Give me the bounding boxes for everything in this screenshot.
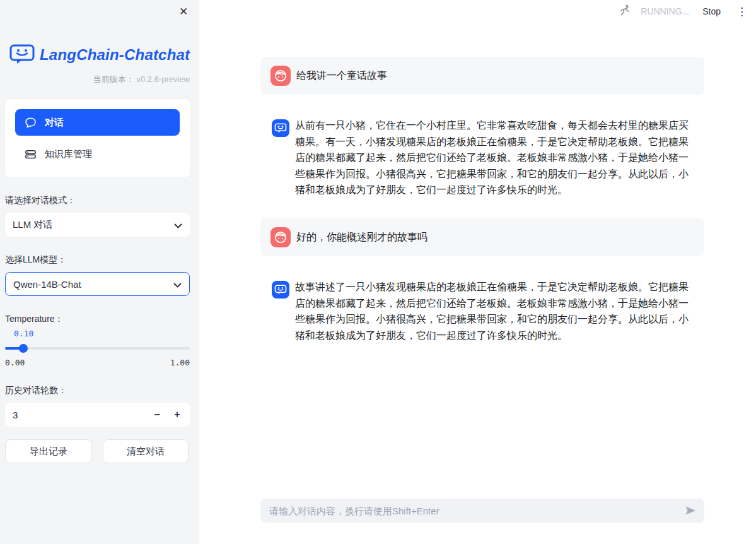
slider-fill bbox=[5, 347, 23, 350]
user-message: 给我讲一个童话故事 bbox=[260, 57, 704, 95]
send-icon[interactable] bbox=[678, 504, 697, 517]
dialog-mode-label: 请选择对话模式： bbox=[5, 195, 190, 206]
message-text: 好的，你能概述刚才的故事吗 bbox=[296, 231, 427, 243]
version-info: 当前版本： v0.2.6-preview bbox=[5, 74, 190, 85]
chevron-down-icon bbox=[173, 279, 182, 290]
assistant-avatar bbox=[272, 119, 289, 137]
sidebar: ✕ LangChain-Chatchat 当前版本： v0.2.6-previe… bbox=[0, 0, 199, 544]
sidebar-close-icon[interactable]: ✕ bbox=[177, 5, 190, 19]
nav-item-dialogue[interactable]: 对话 bbox=[15, 109, 180, 136]
overflow-menu-icon[interactable]: ⋮ bbox=[734, 5, 750, 18]
increment-button[interactable]: + bbox=[167, 405, 187, 425]
dialog-mode-value: LLM 对话 bbox=[13, 219, 174, 231]
dialog-mode-select[interactable]: LLM 对话 bbox=[5, 213, 190, 237]
main-area: RUNNING... Stop ⋮ 给我讲一个童话故事 bbox=[199, 0, 756, 544]
user-avatar bbox=[270, 66, 291, 86]
slider-range: 0.00 1.00 bbox=[5, 358, 190, 367]
version-label: 当前版本： bbox=[93, 74, 134, 84]
server-stack-icon bbox=[24, 148, 37, 160]
logo: LangChain-Chatchat bbox=[9, 44, 190, 65]
user-message: 好的，你能概述刚才的故事吗 bbox=[260, 218, 704, 256]
nav-item-knowledge-base[interactable]: 知识库管理 bbox=[15, 141, 180, 167]
chat-history: 给我讲一个童话故事 从前有一只小猪，它住在一个小村庄里。它非常喜欢吃甜食，每天都… bbox=[260, 0, 704, 343]
history-rounds-label: 历史对话轮数： bbox=[5, 385, 190, 396]
decrement-button[interactable]: − bbox=[147, 405, 167, 425]
export-records-button[interactable]: 导出记录 bbox=[5, 439, 92, 463]
chat-input[interactable] bbox=[269, 506, 678, 516]
user-avatar bbox=[270, 227, 291, 247]
version-value: v0.2.6-preview bbox=[136, 74, 190, 84]
assistant-message: 故事讲述了一只小猪发现糖果店的老板娘正在偷糖果，于是它决定帮助老板娘。它把糖果店… bbox=[260, 276, 704, 343]
nav-menu: 对话 知识库管理 bbox=[5, 99, 190, 177]
temperature-slider[interactable] bbox=[5, 344, 190, 353]
chat-input-bar bbox=[260, 499, 704, 523]
temperature-value: 0.10 bbox=[14, 329, 190, 338]
slider-min: 0.00 bbox=[5, 358, 25, 367]
nav-item-label: 对话 bbox=[45, 117, 64, 129]
app-title: LangChain-Chatchat bbox=[40, 46, 190, 64]
clear-dialogue-button[interactable]: 清空对话 bbox=[103, 439, 189, 463]
history-rounds-stepper: 3 − + bbox=[5, 403, 190, 427]
message-text: 故事讲述了一只小猪发现糖果店的老板娘正在偷糖果，于是它决定帮助老板娘。它把糖果店… bbox=[295, 279, 694, 343]
sidebar-actions: 导出记录 清空对话 bbox=[5, 439, 190, 463]
llm-model-label: 选择LLM模型： bbox=[5, 254, 190, 266]
nav-item-label: 知识库管理 bbox=[45, 148, 92, 160]
message-text: 从前有一只小猪，它住在一个小村庄里。它非常喜欢吃甜食，每天都会去村里的糖果店买糖… bbox=[295, 117, 694, 198]
history-rounds-value[interactable]: 3 bbox=[13, 410, 147, 420]
llm-model-value: Qwen-14B-Chat bbox=[13, 279, 173, 290]
assistant-message: 从前有一只小猪，它住在一个小村庄里。它非常喜欢吃甜食，每天都会去村里的糖果店买糖… bbox=[260, 115, 704, 198]
slider-max: 1.00 bbox=[170, 358, 190, 367]
temperature-label: Temperature： bbox=[5, 314, 190, 325]
llm-model-select[interactable]: Qwen-14B-Chat bbox=[5, 272, 190, 296]
assistant-avatar bbox=[272, 281, 289, 299]
slider-thumb[interactable] bbox=[19, 344, 28, 353]
chat-bubble-icon bbox=[24, 117, 37, 129]
chat-bubble-logo-icon bbox=[9, 44, 35, 65]
chevron-down-icon bbox=[174, 220, 182, 230]
slider-track[interactable] bbox=[5, 347, 190, 350]
message-text: 给我讲一个童话故事 bbox=[296, 69, 387, 81]
